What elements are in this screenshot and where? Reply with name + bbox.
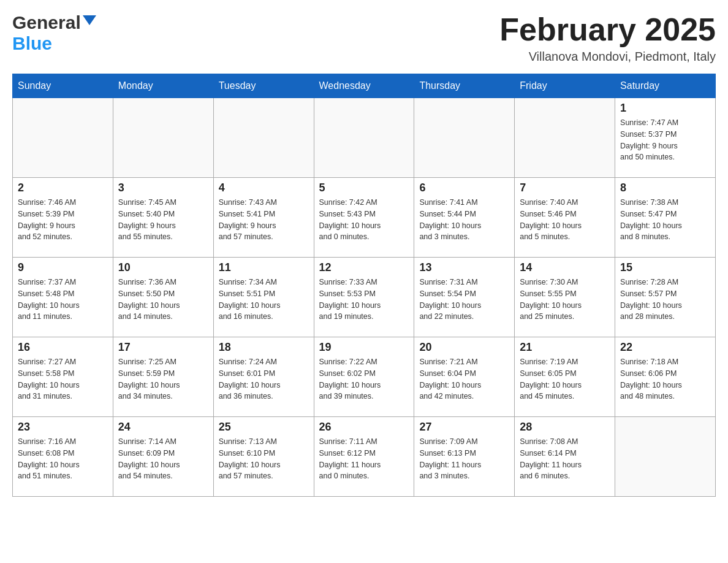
- calendar-day-cell: [314, 98, 414, 178]
- calendar-day-cell: 16Sunrise: 7:27 AM Sunset: 5:58 PM Dayli…: [13, 337, 113, 417]
- day-number: 25: [219, 421, 309, 434]
- day-number: 6: [419, 182, 509, 194]
- day-info: Sunrise: 7:24 AM Sunset: 6:01 PM Dayligh…: [219, 356, 309, 402]
- day-info: Sunrise: 7:08 AM Sunset: 6:14 PM Dayligh…: [520, 436, 610, 482]
- calendar-day-cell: 19Sunrise: 7:22 AM Sunset: 6:02 PM Dayli…: [314, 337, 414, 417]
- calendar-day-cell: 17Sunrise: 7:25 AM Sunset: 5:59 PM Dayli…: [113, 337, 213, 417]
- calendar-day-cell: [515, 98, 615, 178]
- calendar-day-cell: 3Sunrise: 7:45 AM Sunset: 5:40 PM Daylig…: [113, 178, 213, 258]
- month-title: February 2025: [499, 12, 716, 47]
- day-info: Sunrise: 7:41 AM Sunset: 5:44 PM Dayligh…: [419, 197, 509, 243]
- day-number: 21: [520, 341, 610, 354]
- day-of-week-header: Friday: [515, 74, 615, 98]
- day-info: Sunrise: 7:09 AM Sunset: 6:13 PM Dayligh…: [419, 436, 509, 482]
- calendar-day-cell: 4Sunrise: 7:43 AM Sunset: 5:41 PM Daylig…: [213, 178, 314, 258]
- calendar-day-cell: [414, 98, 515, 178]
- day-number: 12: [319, 261, 409, 274]
- day-info: Sunrise: 7:13 AM Sunset: 6:10 PM Dayligh…: [219, 436, 309, 482]
- day-number: 2: [18, 182, 108, 194]
- calendar-day-cell: 21Sunrise: 7:19 AM Sunset: 6:05 PM Dayli…: [515, 337, 615, 417]
- day-number: 15: [620, 261, 710, 274]
- day-info: Sunrise: 7:11 AM Sunset: 6:12 PM Dayligh…: [319, 436, 409, 482]
- calendar-day-cell: 20Sunrise: 7:21 AM Sunset: 6:04 PM Dayli…: [414, 337, 515, 417]
- page-header: General Blue February 2025 Villanova Mon…: [12, 12, 716, 64]
- day-info: Sunrise: 7:36 AM Sunset: 5:50 PM Dayligh…: [118, 277, 208, 323]
- day-info: Sunrise: 7:30 AM Sunset: 5:55 PM Dayligh…: [520, 277, 610, 323]
- calendar-day-cell: 18Sunrise: 7:24 AM Sunset: 6:01 PM Dayli…: [213, 337, 314, 417]
- calendar-day-cell: 2Sunrise: 7:46 AM Sunset: 5:39 PM Daylig…: [13, 178, 113, 258]
- calendar-day-cell: 24Sunrise: 7:14 AM Sunset: 6:09 PM Dayli…: [113, 417, 213, 497]
- calendar-week-row: 9Sunrise: 7:37 AM Sunset: 5:48 PM Daylig…: [13, 258, 716, 337]
- day-number: 1: [620, 102, 710, 115]
- day-info: Sunrise: 7:21 AM Sunset: 6:04 PM Dayligh…: [419, 356, 509, 402]
- calendar-day-cell: 6Sunrise: 7:41 AM Sunset: 5:44 PM Daylig…: [414, 178, 515, 258]
- day-info: Sunrise: 7:42 AM Sunset: 5:43 PM Dayligh…: [319, 197, 409, 243]
- day-info: Sunrise: 7:34 AM Sunset: 5:51 PM Dayligh…: [219, 277, 309, 323]
- day-number: 14: [520, 261, 610, 274]
- logo-triangle-icon: [83, 15, 96, 28]
- day-of-week-header: Wednesday: [314, 74, 414, 98]
- day-info: Sunrise: 7:27 AM Sunset: 5:58 PM Dayligh…: [18, 356, 108, 402]
- day-info: Sunrise: 7:33 AM Sunset: 5:53 PM Dayligh…: [319, 277, 409, 323]
- day-number: 9: [18, 261, 108, 274]
- logo-blue-text: Blue: [12, 33, 52, 53]
- day-number: 10: [118, 261, 208, 274]
- day-info: Sunrise: 7:46 AM Sunset: 5:39 PM Dayligh…: [18, 197, 108, 243]
- day-info: Sunrise: 7:37 AM Sunset: 5:48 PM Dayligh…: [18, 277, 108, 323]
- calendar-day-cell: 8Sunrise: 7:38 AM Sunset: 5:47 PM Daylig…: [615, 178, 716, 258]
- day-info: Sunrise: 7:14 AM Sunset: 6:09 PM Dayligh…: [118, 436, 208, 482]
- calendar-day-cell: 23Sunrise: 7:16 AM Sunset: 6:08 PM Dayli…: [13, 417, 113, 497]
- day-of-week-header: Saturday: [615, 74, 716, 98]
- calendar-day-cell: 14Sunrise: 7:30 AM Sunset: 5:55 PM Dayli…: [515, 258, 615, 337]
- calendar-day-cell: 13Sunrise: 7:31 AM Sunset: 5:54 PM Dayli…: [414, 258, 515, 337]
- day-number: 22: [620, 341, 710, 354]
- day-info: Sunrise: 7:18 AM Sunset: 6:06 PM Dayligh…: [620, 356, 710, 402]
- calendar-day-cell: 25Sunrise: 7:13 AM Sunset: 6:10 PM Dayli…: [213, 417, 314, 497]
- day-info: Sunrise: 7:45 AM Sunset: 5:40 PM Dayligh…: [118, 197, 208, 243]
- day-info: Sunrise: 7:16 AM Sunset: 6:08 PM Dayligh…: [18, 436, 108, 482]
- calendar-week-row: 1Sunrise: 7:47 AM Sunset: 5:37 PM Daylig…: [13, 98, 716, 178]
- calendar-day-cell: [615, 417, 716, 497]
- calendar-day-cell: [13, 98, 113, 178]
- day-info: Sunrise: 7:40 AM Sunset: 5:46 PM Dayligh…: [520, 197, 610, 243]
- calendar-day-cell: 28Sunrise: 7:08 AM Sunset: 6:14 PM Dayli…: [515, 417, 615, 497]
- day-number: 7: [520, 182, 610, 194]
- day-info: Sunrise: 7:47 AM Sunset: 5:37 PM Dayligh…: [620, 117, 710, 163]
- day-number: 17: [118, 341, 208, 354]
- day-number: 27: [419, 421, 509, 434]
- calendar-day-cell: 27Sunrise: 7:09 AM Sunset: 6:13 PM Dayli…: [414, 417, 515, 497]
- calendar-week-row: 2Sunrise: 7:46 AM Sunset: 5:39 PM Daylig…: [13, 178, 716, 258]
- day-info: Sunrise: 7:31 AM Sunset: 5:54 PM Dayligh…: [419, 277, 509, 323]
- calendar-day-cell: 22Sunrise: 7:18 AM Sunset: 6:06 PM Dayli…: [615, 337, 716, 417]
- calendar-table: SundayMondayTuesdayWednesdayThursdayFrid…: [12, 74, 716, 497]
- calendar-day-cell: 15Sunrise: 7:28 AM Sunset: 5:57 PM Dayli…: [615, 258, 716, 337]
- calendar-week-row: 16Sunrise: 7:27 AM Sunset: 5:58 PM Dayli…: [13, 337, 716, 417]
- calendar-day-cell: [213, 98, 314, 178]
- day-info: Sunrise: 7:43 AM Sunset: 5:41 PM Dayligh…: [219, 197, 309, 243]
- calendar-day-cell: 26Sunrise: 7:11 AM Sunset: 6:12 PM Dayli…: [314, 417, 414, 497]
- day-number: 13: [419, 261, 509, 274]
- day-number: 26: [319, 421, 409, 434]
- day-number: 18: [219, 341, 309, 354]
- day-number: 8: [620, 182, 710, 194]
- calendar-day-cell: 7Sunrise: 7:40 AM Sunset: 5:46 PM Daylig…: [515, 178, 615, 258]
- day-info: Sunrise: 7:22 AM Sunset: 6:02 PM Dayligh…: [319, 356, 409, 402]
- day-number: 24: [118, 421, 208, 434]
- calendar-day-cell: 12Sunrise: 7:33 AM Sunset: 5:53 PM Dayli…: [314, 258, 414, 337]
- day-number: 19: [319, 341, 409, 354]
- day-number: 3: [118, 182, 208, 194]
- calendar-day-cell: 9Sunrise: 7:37 AM Sunset: 5:48 PM Daylig…: [13, 258, 113, 337]
- logo-general-text: General: [12, 12, 81, 33]
- day-number: 4: [219, 182, 309, 194]
- location-text: Villanova Mondovi, Piedmont, Italy: [499, 50, 716, 64]
- calendar-day-cell: 1Sunrise: 7:47 AM Sunset: 5:37 PM Daylig…: [615, 98, 716, 178]
- calendar-week-row: 23Sunrise: 7:16 AM Sunset: 6:08 PM Dayli…: [13, 417, 716, 497]
- day-info: Sunrise: 7:19 AM Sunset: 6:05 PM Dayligh…: [520, 356, 610, 402]
- calendar-day-cell: 10Sunrise: 7:36 AM Sunset: 5:50 PM Dayli…: [113, 258, 213, 337]
- calendar-header-row: SundayMondayTuesdayWednesdayThursdayFrid…: [13, 74, 716, 98]
- logo: General Blue: [12, 12, 96, 54]
- calendar-day-cell: [113, 98, 213, 178]
- day-number: 23: [18, 421, 108, 434]
- day-of-week-header: Thursday: [414, 74, 515, 98]
- day-of-week-header: Tuesday: [213, 74, 314, 98]
